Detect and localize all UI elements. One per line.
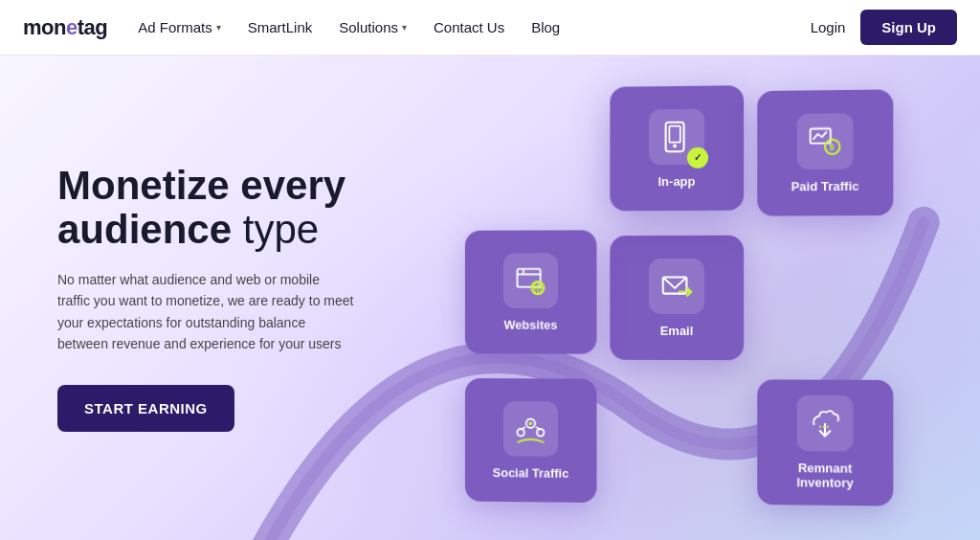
paid-traffic-icon: $ xyxy=(797,113,854,169)
card-remnant-inventory[interactable]: Remnant Inventory xyxy=(757,379,893,506)
email-icon xyxy=(649,258,704,313)
card-social-traffic[interactable]: Social Traffic xyxy=(465,378,597,503)
nav-link-solutions[interactable]: Solutions ▾ xyxy=(339,19,407,35)
login-button[interactable]: Login xyxy=(811,19,846,35)
hero-right: ✓ In-app Websites xyxy=(402,98,980,498)
svg-rect-3 xyxy=(517,268,540,286)
chevron-down-icon: ▾ xyxy=(216,22,221,33)
svg-rect-1 xyxy=(669,125,679,142)
card-websites-label: Websites xyxy=(504,317,558,331)
card-paid-traffic[interactable]: $ Paid Traffic xyxy=(757,89,893,215)
svg-point-2 xyxy=(673,144,677,147)
check-badge: ✓ xyxy=(687,146,708,168)
in-app-icon: ✓ xyxy=(649,108,704,165)
nav-link-smartlink[interactable]: SmartLink xyxy=(248,19,313,35)
card-paid-traffic-label: Paid Traffic xyxy=(791,178,859,193)
nav-link-blog[interactable]: Blog xyxy=(531,19,560,35)
card-in-app-label: In-app xyxy=(658,173,696,188)
svg-point-17 xyxy=(537,428,544,436)
card-in-app[interactable]: ✓ In-app xyxy=(610,85,744,211)
hero-section: Monetize everyaudience type No matter wh… xyxy=(0,56,980,540)
svg-point-20 xyxy=(529,421,533,425)
signup-button[interactable]: Sign Up xyxy=(860,10,957,45)
start-earning-button[interactable]: START EARNING xyxy=(57,385,234,432)
card-email-label: Email xyxy=(660,323,694,337)
nav-left: monetag Ad Formats ▾ SmartLink Solutions… xyxy=(23,15,560,40)
card-websites[interactable]: Websites xyxy=(465,230,597,353)
navbar: monetag Ad Formats ▾ SmartLink Solutions… xyxy=(0,0,980,56)
hero-left: Monetize everyaudience type No matter wh… xyxy=(0,164,402,433)
nav-links: Ad Formats ▾ SmartLink Solutions ▾ Conta… xyxy=(138,19,560,35)
chevron-down-icon: ▾ xyxy=(402,22,407,33)
hero-description: No matter what audience and web or mobil… xyxy=(57,269,354,355)
nav-link-ad-formats[interactable]: Ad Formats ▾ xyxy=(138,19,221,35)
social-traffic-icon xyxy=(503,400,558,456)
websites-icon xyxy=(503,253,558,308)
cards-grid: ✓ In-app Websites xyxy=(465,96,893,501)
remnant-inventory-icon xyxy=(797,395,854,452)
hero-title: Monetize everyaudience type xyxy=(57,164,402,252)
card-social-traffic-label: Social Traffic xyxy=(493,465,569,481)
svg-text:$: $ xyxy=(829,142,835,152)
svg-point-16 xyxy=(517,428,523,436)
nav-link-contact[interactable]: Contact Us xyxy=(434,19,504,35)
nav-right: Login Sign Up xyxy=(811,10,957,45)
logo[interactable]: monetag xyxy=(23,15,107,40)
card-email[interactable]: Email xyxy=(610,236,744,360)
card-remnant-inventory-label: Remnant Inventory xyxy=(768,461,881,490)
